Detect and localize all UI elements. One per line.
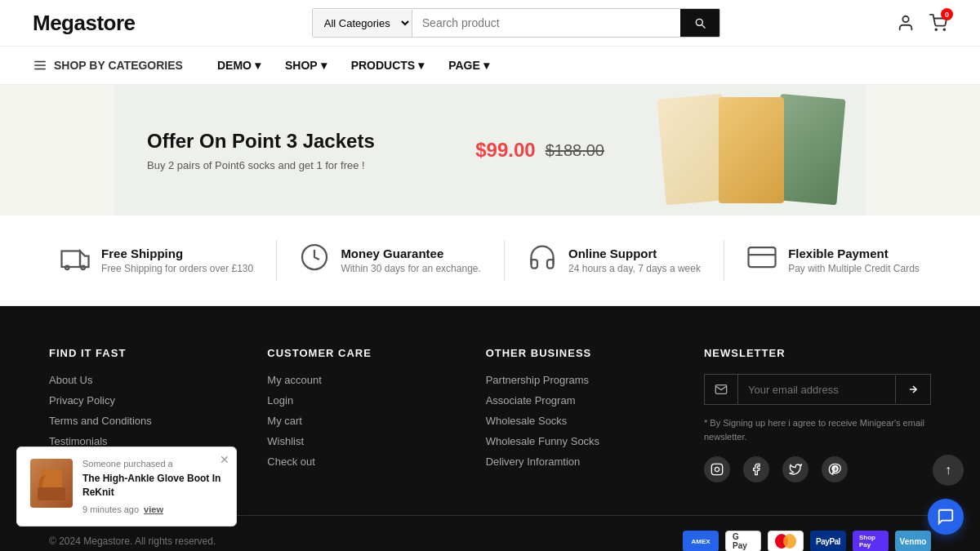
popup-time: 9 minutes ago (82, 504, 139, 514)
footer-link-my-account[interactable]: My account (267, 374, 452, 386)
feature-payment-desc: Pay with Multiple Credit Cards (788, 263, 920, 274)
search-input[interactable] (412, 10, 680, 36)
divider-2 (504, 240, 505, 281)
gpay-icon: G Pay (725, 531, 761, 551)
svg-rect-6 (62, 251, 81, 268)
nav-page[interactable]: PAGE ▾ (439, 47, 499, 83)
chevron-down-icon: ▾ (483, 59, 489, 72)
footer-link-associate[interactable]: Associate Program (486, 394, 671, 407)
feature-shipping-desc: Free Shipping for orders over £130 (101, 263, 253, 274)
footer-link-partnership[interactable]: Partnership Programs (486, 374, 671, 386)
newsletter-note: * By Signing up here i agree to receive … (704, 416, 931, 443)
nav-products[interactable]: PRODUCTS ▾ (341, 47, 434, 83)
footer-link-my-cart[interactable]: My cart (267, 415, 452, 427)
instagram-icon[interactable] (704, 456, 730, 482)
jacket-2 (719, 97, 784, 203)
feature-shipping-title: Free Shipping (101, 247, 253, 260)
feature-guarantee-title: Money Guarantee (341, 247, 480, 260)
guarantee-icon (300, 242, 329, 278)
popup-tag: Someone purchased a (82, 459, 223, 469)
scroll-top-button[interactable]: ↑ (933, 455, 964, 486)
support-icon (528, 242, 557, 278)
header-icons: 0 (897, 14, 947, 32)
promo-jackets (653, 85, 849, 216)
feature-payment-title: Flexible Payment (788, 247, 920, 260)
sale-price: $99.00 (475, 139, 535, 162)
newsletter-form (704, 374, 931, 405)
purchase-popup: Someone purchased a The High-Ankle Glove… (16, 447, 237, 527)
cart-button[interactable]: 0 (929, 14, 947, 32)
categories-label: SHOP BY CATEGORIES (54, 59, 183, 72)
chevron-down-icon: ▾ (321, 59, 327, 72)
svg-marker-7 (80, 251, 89, 268)
feature-guarantee-desc: Within 30 days for an exchange. (341, 263, 480, 274)
footer-link-terms[interactable]: Terms and Conditions (49, 415, 234, 427)
paypal-icon: PayPal (810, 531, 846, 551)
cart-count: 0 (941, 8, 953, 20)
shipping-icon (60, 242, 90, 278)
footer-link-login[interactable]: Login (267, 394, 452, 407)
footer-link-checkout[interactable]: Check out (267, 455, 452, 468)
main-nav: SHOP BY CATEGORIES DEMO ▾ SHOP ▾ PRODUCT… (0, 47, 980, 85)
payment-icons: AMEX G Pay PayPal Shop Pay Venmo (683, 531, 931, 551)
feature-guarantee: Money Guarantee Within 30 days for an ex… (300, 242, 480, 278)
features-section: Free Shipping Free Shipping for orders o… (0, 216, 980, 306)
popup-view-link[interactable]: view (144, 504, 163, 514)
footer-col-heading-3: OTHER BUSINESS (486, 347, 671, 359)
category-select[interactable]: All Categories Clothing Footwear Accesso… (313, 10, 412, 37)
mail-icon (705, 375, 738, 404)
divider-1 (276, 240, 277, 281)
footer-link-delivery[interactable]: Delivery Inforamtion (486, 455, 671, 468)
feature-support-title: Online Support (568, 247, 701, 260)
popup-close-button[interactable]: ✕ (220, 454, 229, 465)
promo-title: Offer On Point 3 Jackets (147, 130, 375, 153)
promo-text: Offer On Point 3 Jackets Buy 2 pairs of … (147, 130, 375, 171)
footer-col-heading-2: CUSTOMER CARE (267, 347, 452, 359)
footer-link-privacy[interactable]: Privacy Policy (49, 394, 234, 407)
chevron-down-icon: ▾ (255, 59, 261, 72)
svg-point-1 (935, 29, 937, 30)
copyright: © 2024 Megastore. All rights reserved. (49, 535, 216, 547)
footer-link-testimonials[interactable]: Testimonials (49, 435, 234, 447)
categories-button[interactable]: SHOP BY CATEGORIES (33, 47, 183, 84)
divider-3 (724, 240, 724, 281)
promo-banner: Offer On Point 3 Jackets Buy 2 pairs of … (114, 85, 866, 216)
search-button[interactable] (680, 9, 719, 37)
payment-icon (747, 242, 777, 278)
original-price: $188.00 (546, 141, 604, 160)
popup-title: The High-Ankle Glove Boot In ReKnit (82, 472, 223, 500)
svg-rect-17 (38, 487, 65, 500)
svg-point-0 (902, 16, 908, 22)
pinterest-icon[interactable] (822, 456, 848, 482)
chevron-down-icon: ▾ (418, 59, 424, 72)
nav-shop[interactable]: SHOP ▾ (275, 47, 336, 83)
nav-demo[interactable]: DEMO ▾ (207, 47, 270, 83)
nav-links: DEMO ▾ SHOP ▾ PRODUCTS ▾ PAGE ▾ (207, 47, 499, 83)
account-button[interactable] (897, 14, 915, 32)
newsletter-submit-button[interactable] (895, 375, 930, 403)
footer-link-wholesale-funny[interactable]: Wholesale Funny Socks (486, 435, 671, 447)
twitter-icon[interactable] (782, 456, 808, 482)
logo: Megastore (33, 11, 136, 36)
footer-link-about-us[interactable]: About Us (49, 374, 234, 386)
mastercard-icon (768, 531, 804, 551)
shoppay-icon: Shop Pay (853, 531, 889, 551)
header: Megastore All Categories Clothing Footwe… (0, 0, 980, 47)
social-icons (704, 456, 931, 482)
svg-rect-14 (711, 464, 722, 474)
footer-customer-care: CUSTOMER CARE My account Login My cart W… (267, 347, 452, 482)
facebook-icon[interactable] (743, 456, 769, 482)
chat-button[interactable] (928, 499, 964, 535)
popup-content: Someone purchased a The High-Ankle Glove… (82, 459, 223, 514)
footer-link-wishlist[interactable]: Wishlist (267, 435, 452, 447)
popup-product-image (30, 459, 73, 508)
promo-subtitle: Buy 2 pairs of Point6 socks and get 1 fo… (147, 159, 375, 171)
popup-meta: 9 minutes ago view (82, 504, 223, 514)
feature-payment: Flexible Payment Pay with Multiple Credi… (747, 242, 920, 278)
amex-icon: AMEX (683, 531, 719, 551)
feature-support-desc: 24 hours a day, 7 days a week (568, 263, 701, 274)
footer-link-wholesale-socks[interactable]: Wholesale Socks (486, 415, 671, 427)
newsletter-input[interactable] (738, 375, 895, 404)
svg-rect-11 (749, 247, 776, 267)
footer-col-heading-1: FIND IT FAST (49, 347, 234, 359)
